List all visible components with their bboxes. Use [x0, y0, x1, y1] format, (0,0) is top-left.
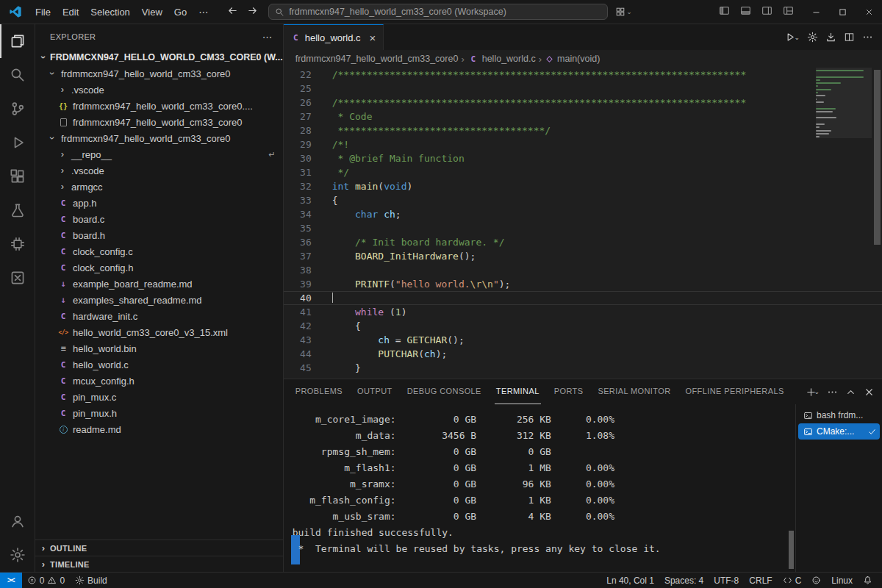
status-utf-8[interactable]: UTF-8	[709, 573, 744, 588]
close-panel-button[interactable]	[862, 385, 876, 399]
forward-button[interactable]	[244, 4, 261, 20]
status-bell[interactable]	[858, 573, 878, 588]
code-line-32[interactable]: 32int main(void)	[284, 179, 882, 193]
code-line-45[interactable]: 45 }	[284, 361, 882, 375]
code-line-33[interactable]: 33{	[284, 193, 882, 207]
panel-tab-output[interactable]: OUTPUT	[356, 379, 394, 404]
activity-extension-x[interactable]	[0, 261, 35, 295]
terminal-scrollbar-thumb[interactable]	[789, 531, 794, 569]
code-line-35[interactable]: 35	[284, 221, 882, 235]
tree-item-hello-world-bin[interactable]: ≡hello_world.bin	[35, 340, 283, 356]
tree-item-board-h[interactable]: Cboard.h	[35, 227, 283, 243]
editor-scrollbar[interactable]	[872, 68, 882, 379]
grid-menu-button[interactable]: ⌄	[615, 7, 632, 17]
tree-item-frdmmcxn947-hello-world-cm33-core0[interactable]: {}frdmmcxn947_hello_world_cm33_core0....	[35, 98, 283, 114]
status-feedback[interactable]	[806, 573, 826, 588]
activity-account[interactable]	[0, 504, 35, 538]
workspace-root-row[interactable]: › FRDMMCXN947_HELLO_WORLD_CM33_CORE0 (W.…	[35, 49, 283, 65]
minimize-button[interactable]	[803, 0, 829, 24]
scrollbar-thumb[interactable]	[874, 70, 881, 245]
toggle-panel-button[interactable]	[736, 2, 756, 21]
tree-item-frdmmcxn947-hello-world-cm33-core0[interactable]: ›frdmmcxn947_hello_world_cm33_core0	[35, 65, 283, 82]
split-editor-button[interactable]	[841, 29, 858, 45]
status-c[interactable]: C	[778, 573, 807, 588]
outline-section[interactable]: › OUTLINE	[35, 539, 283, 556]
command-center-search[interactable]: frdmmcxn947_hello_world_cm33_core0 (Work…	[268, 4, 608, 20]
tree-item-clock-config-h[interactable]: Cclock_config.h	[35, 259, 283, 276]
status-spaces-4[interactable]: Spaces: 4	[659, 573, 709, 588]
customize-layout-button[interactable]	[778, 2, 798, 21]
tree-item-armgcc[interactable]: ›armgcc	[35, 179, 283, 195]
menu-selection[interactable]: Selection	[85, 4, 135, 21]
code-line-26[interactable]: 26/*************************************…	[284, 96, 882, 110]
new-terminal-button[interactable]: ⌄	[804, 385, 821, 399]
panel-more-actions-button[interactable]	[825, 385, 839, 399]
panel-tab-problems[interactable]: PROBLEMS	[294, 379, 344, 404]
code-line-41[interactable]: 41 while (1)	[284, 305, 882, 319]
code-line-29[interactable]: 29/*!	[284, 137, 882, 151]
menu-file[interactable]: File	[29, 4, 57, 21]
tree-item-hardware-init-c[interactable]: Chardware_init.c	[35, 308, 283, 324]
tree-item-hello-world-c[interactable]: Chello_world.c	[35, 356, 283, 373]
remote-indicator[interactable]: ><	[0, 573, 22, 588]
breadcrumb-frdmmcxn947-hello-world-cm33-core0[interactable]: frdmmcxn947_hello_world_cm33_core0	[295, 54, 459, 64]
tree-item-example-board-readme-md[interactable]: ↓example_board_readme.md	[35, 276, 283, 292]
code-line-28[interactable]: 28 ************************************/	[284, 123, 882, 137]
back-button[interactable]	[224, 4, 241, 20]
tree-item-app-h[interactable]: Capp.h	[35, 195, 283, 211]
code-line-40[interactable]: 40	[284, 291, 882, 305]
code-line-44[interactable]: 44 PUTCHAR(ch);	[284, 347, 882, 361]
code-line-22[interactable]: 22/*************************************…	[284, 68, 882, 82]
menu-view[interactable]: View	[136, 4, 168, 21]
tab-hello-world-c[interactable]: C hello_world.c ×	[284, 24, 384, 50]
terminal-scrollbar[interactable]	[788, 404, 795, 572]
close-window-button[interactable]	[856, 0, 882, 24]
run-file-button[interactable]: ⌄	[781, 29, 803, 45]
menu-edit[interactable]: Edit	[57, 4, 85, 21]
editor-more-actions-button[interactable]	[859, 29, 876, 45]
tree-item-mcux-config-h[interactable]: Cmcux_config.h	[35, 373, 283, 389]
tree-item-clock-config-c[interactable]: Cclock_config.c	[35, 243, 283, 259]
tree-item-readme-md[interactable]: ireadme.md	[35, 421, 283, 437]
activity-source-control[interactable]	[0, 92, 35, 126]
code-line-25[interactable]: 25	[284, 82, 882, 96]
timeline-section[interactable]: › TIMELINE	[35, 556, 283, 572]
tree-item-frdmmcxn947-hello-world-cm33-core0[interactable]: ›frdmmcxn947_hello_world_cm33_core0	[35, 130, 283, 146]
explorer-more-actions-icon[interactable]: ⋯	[259, 31, 276, 43]
code-line-39[interactable]: 39 PRINTF("hello world.\r\n");	[284, 277, 882, 291]
build-button[interactable]: Build	[70, 573, 112, 588]
activity-extensions[interactable]	[0, 159, 35, 193]
panel-tab-terminal[interactable]: TERMINAL	[495, 379, 541, 404]
status-crlf[interactable]: CRLF	[744, 573, 777, 588]
code-line-30[interactable]: 30 * @brief Main function	[284, 151, 882, 165]
code-line-42[interactable]: 42 {	[284, 319, 882, 333]
breadcrumb-hello-world-c[interactable]: Chello_world.c	[467, 54, 536, 64]
panel-tab-offline-peripherals[interactable]: OFFLINE PERIPHERALS	[684, 379, 786, 404]
tree-item-board-c[interactable]: Cboard.c	[35, 211, 283, 227]
terminal-list-item-bash-frdm[interactable]: bash frdm...	[798, 407, 880, 423]
tree-item-repo[interactable]: ›__repo__↵	[35, 146, 283, 162]
panel-tab-ports[interactable]: PORTS	[553, 379, 585, 404]
activity-run-debug[interactable]	[0, 126, 35, 159]
tree-item-pin-mux-h[interactable]: Cpin_mux.h	[35, 405, 283, 421]
activity-search[interactable]	[0, 58, 35, 92]
activity-test-beaker[interactable]	[0, 193, 35, 227]
code-line-34[interactable]: 34 char ch;	[284, 207, 882, 221]
panel-tab-debug-console[interactable]: DEBUG CONSOLE	[406, 379, 483, 404]
tab-close-icon[interactable]: ×	[370, 32, 376, 44]
toggle-sidebar-button[interactable]	[714, 2, 734, 21]
terminal-list-item-cmake[interactable]: CMake:...	[798, 423, 880, 440]
activity-explorer[interactable]	[0, 24, 35, 58]
tree-item-frdmmcxn947-hello-world-cm33-core0[interactable]: frdmmcxn947_hello_world_cm33_core0	[35, 114, 283, 130]
maximize-button[interactable]	[829, 0, 856, 24]
tree-item-hello-world-cm33-core0-v3-15-xml[interactable]: </>hello_world_cm33_core0_v3_15.xml	[35, 324, 283, 340]
code-line-36[interactable]: 36 /* Init board hardware. */	[284, 235, 882, 249]
code-line-38[interactable]: 38	[284, 263, 882, 277]
toggle-secondary-sidebar-button[interactable]	[757, 2, 777, 21]
flash-device-button[interactable]	[822, 29, 839, 45]
terminal-output[interactable]: m_core1_image: 0 GB 256 KB 0.00% m_data:…	[284, 404, 788, 572]
code-line-37[interactable]: 37 BOARD_InitHardware();	[284, 249, 882, 263]
activity-mcux-tools[interactable]	[0, 227, 35, 261]
menu-go[interactable]: Go	[168, 4, 193, 21]
tree-item-vscode[interactable]: ›.vscode	[35, 82, 283, 98]
